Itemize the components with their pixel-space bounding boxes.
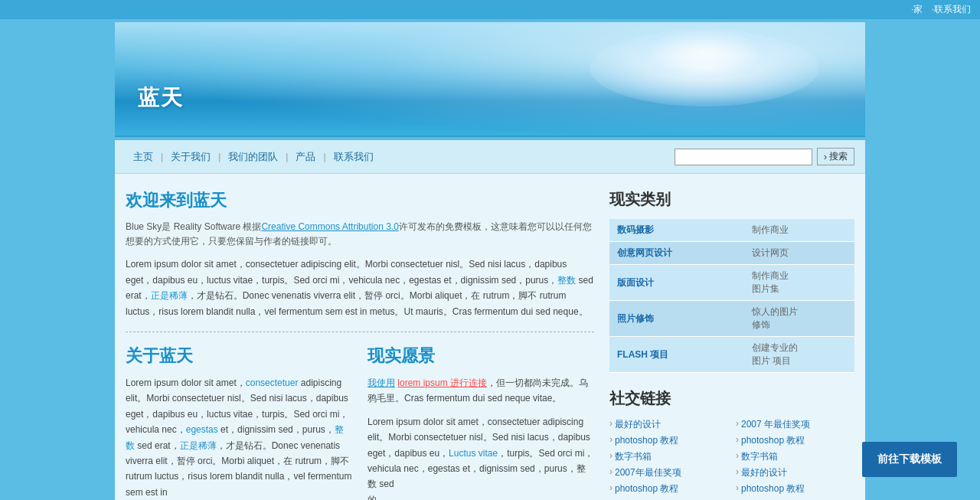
reality-body: Lorem ipsum dolor sit amet，consectetuer …	[368, 414, 594, 500]
nav-team[interactable]: 我们的团队	[220, 150, 286, 164]
search-button[interactable]: › 搜索	[817, 148, 854, 165]
content-area: 欢迎来到蓝天 Blue Sky是 Reality Software 根据Crea…	[115, 174, 865, 500]
table-row: 版面设计 制作商业图片集	[609, 265, 854, 301]
reality-lorem-link[interactable]: lorem ipsum 进行连接	[397, 377, 487, 388]
cat-name-1: 数码摄影	[609, 219, 744, 242]
nav-left: 主页 | 关于我们 | 我们的团队 | 产品 | 联系我们	[126, 150, 675, 164]
nav-about[interactable]: 关于我们	[163, 150, 218, 164]
social-section: 社交链接 最好的设计 photoshop 教程 数字书箱 2007年最佳奖项 p…	[609, 388, 854, 500]
table-row: 照片修饰 惊人的图片修饰	[609, 301, 854, 337]
social-link-2-2[interactable]: photoshop 教程	[736, 434, 854, 447]
categories-title: 现实类别	[609, 189, 854, 210]
welcome-body-link2[interactable]: 正是稀薄	[151, 290, 188, 301]
social-link-1-5[interactable]: photoshop 教程	[609, 482, 728, 495]
welcome-intro-pre: Blue Sky是 Reality Software 根据	[126, 221, 261, 232]
social-link-2-5[interactable]: photoshop 教程	[736, 482, 854, 495]
welcome-intro: Blue Sky是 Reality Software 根据Creative Co…	[126, 220, 594, 249]
header-banner: 蓝天	[115, 22, 865, 137]
social-link-1-2[interactable]: photoshop 教程	[609, 434, 728, 447]
nav-products[interactable]: 产品	[288, 150, 323, 164]
download-button[interactable]: 前往下载模板	[862, 442, 957, 477]
welcome-cc-link[interactable]: Creative Commons Attribution 3.0	[261, 221, 398, 232]
search-label: 搜索	[829, 150, 848, 163]
about-body: Lorem ipsum dolor sit amet，consectetuer …	[126, 375, 352, 500]
social-link-1-4[interactable]: 2007年最佳奖项	[609, 466, 728, 479]
main-wrapper: 主页 | 关于我们 | 我们的团队 | 产品 | 联系我们 › 搜索 欢迎来到蓝…	[115, 140, 865, 500]
welcome-heading: 欢迎来到蓝天	[126, 189, 594, 212]
welcome-body-link1[interactable]: 整数	[557, 275, 576, 286]
top-home-link[interactable]: ·家	[911, 4, 923, 15]
bottom-two-col: 关于蓝天 Lorem ipsum dolor sit amet，consecte…	[126, 345, 594, 500]
social-title: 社交链接	[609, 388, 854, 409]
section-divider-1	[126, 332, 594, 332]
reality-heading-pre: 现实	[368, 346, 401, 365]
social-col-1: 最好的设计 photoshop 教程 数字书箱 2007年最佳奖项 photos…	[609, 418, 728, 500]
cat-name-3: 版面设计	[609, 265, 744, 301]
about-heading-blue: 蓝天	[159, 346, 193, 365]
about-link4[interactable]: 正是稀薄	[180, 440, 217, 451]
social-col-2: 2007 年最佳奖项 photoshop 教程 数字书箱 最好的设计 photo…	[736, 418, 854, 500]
social-link-1-1[interactable]: 最好的设计	[609, 418, 728, 431]
top-contact-link[interactable]: ·联系我们	[932, 4, 971, 15]
welcome-section: 欢迎来到蓝天 Blue Sky是 Reality Software 根据Crea…	[126, 189, 594, 319]
about-link3[interactable]: 整数	[126, 424, 344, 450]
cat-name-5: FLASH 项目	[609, 337, 744, 373]
about-heading: 关于蓝天	[126, 345, 352, 368]
nav-search-area: › 搜索	[675, 148, 854, 165]
cat-name-4: 照片修饰	[609, 301, 744, 337]
cat-desc-1: 制作商业	[744, 219, 854, 242]
nav-bar: 主页 | 关于我们 | 我们的团队 | 产品 | 联系我们 › 搜索	[115, 140, 865, 174]
table-row: 创意网页设计 设计网页	[609, 242, 854, 265]
content-right: 现实类别 数码摄影 制作商业 创意网页设计 设计网页 版面设计 制作商业图片集	[609, 189, 854, 500]
social-link-2-3[interactable]: 数字书箱	[736, 450, 854, 463]
about-link2[interactable]: egestas	[186, 424, 218, 435]
welcome-body: Lorem ipsum dolor sit amet，consectetuer …	[126, 257, 594, 319]
content-left: 欢迎来到蓝天 Blue Sky是 Reality Software 根据Crea…	[126, 189, 609, 500]
search-arrow-icon: ›	[824, 152, 827, 162]
categories-title-text: 现实类别	[609, 191, 671, 208]
top-bar: ·家 ·联系我们	[0, 0, 980, 19]
reality-body-link[interactable]: Luctus vitae	[449, 448, 498, 459]
categories-table: 数码摄影 制作商业 创意网页设计 设计网页 版面设计 制作商业图片集 照片修饰 …	[609, 219, 854, 373]
cat-name-2: 创意网页设计	[609, 242, 744, 265]
reality-section: 现实愿景 我使用 lorem ipsum 进行连接，但一切都尚未完成。乌鸦毛里。…	[368, 345, 594, 500]
table-row: FLASH 项目 创建专业的图片 项目	[609, 337, 854, 373]
reality-heading-blue: 愿景	[401, 346, 435, 365]
social-link-2-4[interactable]: 最好的设计	[736, 466, 854, 479]
welcome-heading-blue: 蓝天	[193, 191, 227, 210]
cat-desc-5: 创建专业的图片 项目	[744, 337, 854, 373]
table-row: 数码摄影 制作商业	[609, 219, 854, 242]
welcome-heading-pre: 欢迎来到	[126, 191, 193, 210]
nav-home[interactable]: 主页	[126, 150, 161, 164]
about-section: 关于蓝天 Lorem ipsum dolor sit amet，consecte…	[126, 345, 352, 500]
social-links-grid: 最好的设计 photoshop 教程 数字书箱 2007年最佳奖项 photos…	[609, 418, 854, 500]
reality-intro: 我使用 lorem ipsum 进行连接，但一切都尚未完成。乌鸦毛里。Cras …	[368, 375, 594, 407]
reality-heading: 现实愿景	[368, 345, 594, 368]
nav-contact[interactable]: 联系我们	[326, 150, 381, 164]
social-link-2-1[interactable]: 2007 年最佳奖项	[736, 418, 854, 431]
reality-intro-link-pre[interactable]: 我使用	[368, 377, 395, 388]
about-link1[interactable]: consectetuer	[246, 377, 299, 388]
social-link-1-3[interactable]: 数字书箱	[609, 450, 728, 463]
search-input[interactable]	[675, 149, 812, 165]
cat-desc-2: 设计网页	[744, 242, 854, 265]
about-heading-pre: 关于	[126, 346, 159, 365]
social-title-text: 社交链接	[609, 390, 671, 407]
cat-desc-4: 惊人的图片修饰	[744, 301, 854, 337]
cat-desc-3: 制作商业图片集	[744, 265, 854, 301]
site-title: 蓝天	[138, 83, 184, 113]
categories-section: 现实类别 数码摄影 制作商业 创意网页设计 设计网页 版面设计 制作商业图片集	[609, 189, 854, 373]
